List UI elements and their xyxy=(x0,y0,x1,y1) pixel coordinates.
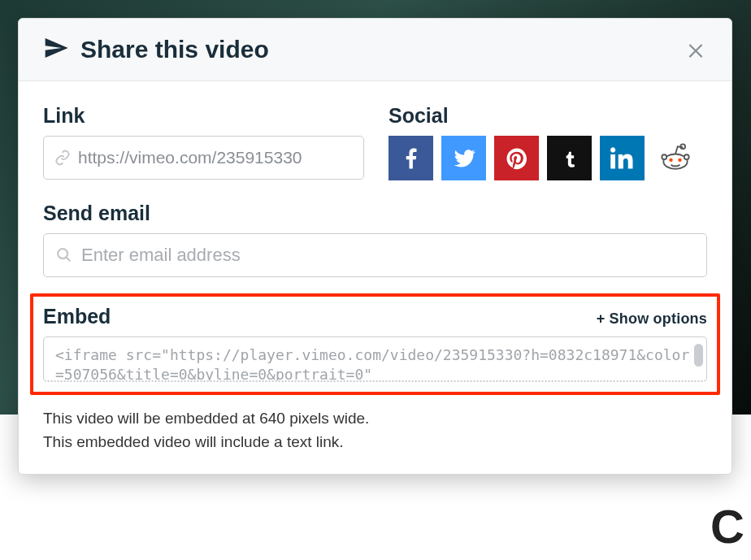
svg-point-2 xyxy=(684,154,688,159)
paper-plane-icon xyxy=(43,35,69,64)
embed-notes: This video will be embedded at 640 pixel… xyxy=(43,406,707,454)
modal-header: Share this video xyxy=(19,19,731,81)
modal-title: Share this video xyxy=(80,36,269,63)
email-section: Send email xyxy=(43,202,707,277)
twitter-icon xyxy=(451,145,477,171)
modal-body: Link Social xyxy=(19,81,731,474)
embed-highlight-box: Embed + Show options <iframe src="https:… xyxy=(30,293,720,395)
reddit-button[interactable] xyxy=(653,136,697,180)
embed-code-box[interactable]: <iframe src="https://player.vimeo.com/vi… xyxy=(43,336,707,382)
link-icon xyxy=(54,149,72,167)
linkedin-icon xyxy=(610,146,635,171)
reddit-icon xyxy=(658,141,693,176)
search-icon xyxy=(55,246,73,264)
link-section: Link xyxy=(43,104,364,180)
embed-label: Embed xyxy=(43,305,111,328)
show-options-toggle[interactable]: + Show options xyxy=(597,310,707,328)
embed-note-textlink: This embedded video will include a text … xyxy=(43,430,707,454)
tumblr-icon xyxy=(559,148,580,169)
link-input-box[interactable] xyxy=(43,136,364,180)
svg-point-5 xyxy=(678,158,681,161)
embed-code-text[interactable]: <iframe src="https://player.vimeo.com/vi… xyxy=(55,345,690,382)
email-input-box[interactable] xyxy=(43,233,707,277)
pinterest-button[interactable] xyxy=(494,136,539,180)
modal-title-wrap: Share this video xyxy=(43,35,269,64)
social-buttons xyxy=(389,136,707,180)
scrollbar-thumb[interactable] xyxy=(694,344,703,367)
email-input[interactable] xyxy=(73,245,695,266)
email-label: Send email xyxy=(43,202,707,225)
top-row: Link Social xyxy=(43,104,707,180)
share-modal: Share this video Link Social xyxy=(18,18,732,475)
link-label: Link xyxy=(43,104,364,128)
social-section: Social xyxy=(389,104,707,180)
svg-point-1 xyxy=(662,154,666,159)
bg-glyph: C xyxy=(710,499,744,553)
svg-point-4 xyxy=(669,158,672,161)
facebook-button[interactable] xyxy=(389,136,433,180)
social-label: Social xyxy=(389,104,707,128)
svg-point-6 xyxy=(58,249,67,258)
linkedin-button[interactable] xyxy=(600,136,645,180)
close-button[interactable] xyxy=(684,38,707,61)
link-input[interactable] xyxy=(72,148,354,167)
twitter-button[interactable] xyxy=(441,136,486,180)
pinterest-icon xyxy=(505,146,529,171)
close-icon xyxy=(685,39,706,60)
facebook-icon xyxy=(399,146,423,171)
tumblr-button[interactable] xyxy=(547,136,592,180)
embed-header-row: Embed + Show options xyxy=(43,305,707,328)
embed-note-width: This video will be embedded at 640 pixel… xyxy=(43,406,707,430)
